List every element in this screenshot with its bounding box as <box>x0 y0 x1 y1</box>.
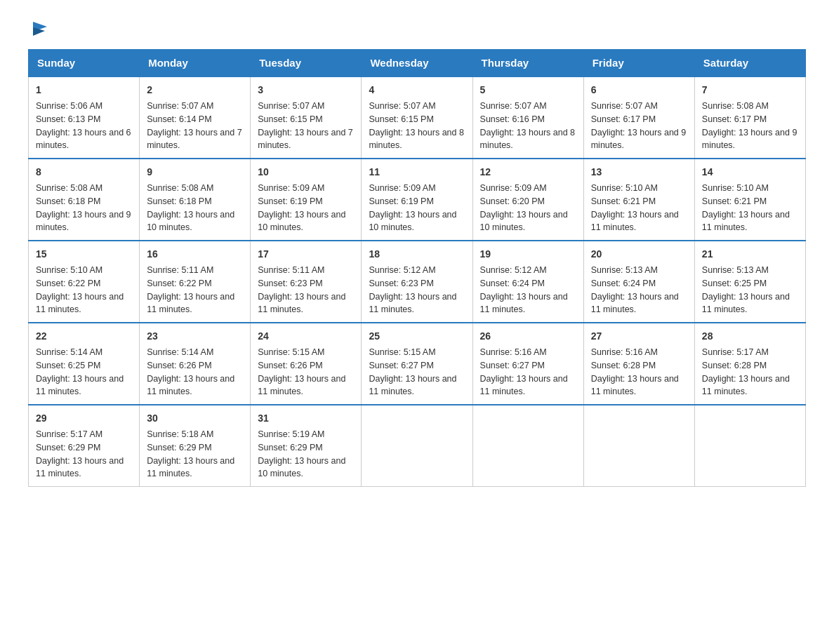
day-number: 20 <box>591 247 687 262</box>
calendar-header: SundayMondayTuesdayWednesdayThursdayFrid… <box>29 50 806 77</box>
day-number: 22 <box>36 329 132 344</box>
sunset-text: Sunset: 6:21 PM <box>591 196 656 206</box>
daylight-text: Daylight: 13 hours and 10 minutes. <box>258 210 345 233</box>
daylight-text: Daylight: 13 hours and 11 minutes. <box>702 292 790 315</box>
column-header-sunday: Sunday <box>29 50 140 77</box>
daylight-text: Daylight: 13 hours and 8 minutes. <box>480 128 576 151</box>
daylight-text: Daylight: 13 hours and 11 minutes. <box>591 210 679 233</box>
daylight-text: Daylight: 13 hours and 8 minutes. <box>369 128 464 151</box>
daylight-text: Daylight: 13 hours and 10 minutes. <box>480 210 568 233</box>
day-number: 9 <box>147 165 243 180</box>
calendar-cell: 4Sunrise: 5:07 AMSunset: 6:15 PMDaylight… <box>362 76 472 159</box>
calendar-cell: 23Sunrise: 5:14 AMSunset: 6:26 PMDayligh… <box>140 323 251 405</box>
calendar-cell: 21Sunrise: 5:13 AMSunset: 6:25 PMDayligh… <box>694 241 805 323</box>
sunrise-text: Sunrise: 5:08 AM <box>702 101 769 111</box>
day-number: 2 <box>147 83 243 98</box>
sunrise-text: Sunrise: 5:08 AM <box>36 183 102 193</box>
day-number: 29 <box>36 411 132 426</box>
day-number: 10 <box>258 165 354 180</box>
sunrise-text: Sunrise: 5:10 AM <box>702 183 769 193</box>
daylight-text: Daylight: 13 hours and 11 minutes. <box>147 374 234 397</box>
daylight-text: Daylight: 13 hours and 7 minutes. <box>258 128 353 151</box>
daylight-text: Daylight: 13 hours and 11 minutes. <box>480 374 568 397</box>
sunset-text: Sunset: 6:29 PM <box>36 443 100 452</box>
calendar-cell: 28Sunrise: 5:17 AMSunset: 6:28 PMDayligh… <box>694 323 805 405</box>
day-number: 27 <box>591 329 687 344</box>
daylight-text: Daylight: 13 hours and 11 minutes. <box>36 292 124 315</box>
calendar-cell: 16Sunrise: 5:11 AMSunset: 6:22 PMDayligh… <box>140 241 251 323</box>
calendar-week-5: 29Sunrise: 5:17 AMSunset: 6:29 PMDayligh… <box>29 405 806 487</box>
sunset-text: Sunset: 6:15 PM <box>369 114 433 124</box>
sunset-text: Sunset: 6:26 PM <box>258 361 322 370</box>
calendar-cell: 25Sunrise: 5:15 AMSunset: 6:27 PMDayligh… <box>362 323 472 405</box>
column-header-saturday: Saturday <box>694 50 805 77</box>
sunrise-text: Sunrise: 5:13 AM <box>591 265 658 275</box>
sunrise-text: Sunrise: 5:12 AM <box>369 265 435 275</box>
header-row: SundayMondayTuesdayWednesdayThursdayFrid… <box>29 50 806 77</box>
calendar-cell: 6Sunrise: 5:07 AMSunset: 6:17 PMDaylight… <box>583 76 694 159</box>
sunset-text: Sunset: 6:22 PM <box>36 279 100 288</box>
day-number: 26 <box>480 329 576 344</box>
sunrise-text: Sunrise: 5:16 AM <box>480 347 547 357</box>
calendar-body: 1Sunrise: 5:06 AMSunset: 6:13 PMDaylight… <box>29 76 806 487</box>
daylight-text: Daylight: 13 hours and 11 minutes. <box>36 374 124 397</box>
daylight-text: Daylight: 13 hours and 10 minutes. <box>369 210 456 233</box>
daylight-text: Daylight: 13 hours and 11 minutes. <box>369 292 456 315</box>
calendar-cell: 3Sunrise: 5:07 AMSunset: 6:15 PMDaylight… <box>251 76 362 159</box>
calendar-week-1: 1Sunrise: 5:06 AMSunset: 6:13 PMDaylight… <box>29 76 806 159</box>
sunset-text: Sunset: 6:20 PM <box>480 196 545 206</box>
sunset-text: Sunset: 6:13 PM <box>36 114 100 124</box>
sunset-text: Sunset: 6:21 PM <box>702 196 767 206</box>
calendar-cell: 27Sunrise: 5:16 AMSunset: 6:28 PMDayligh… <box>583 323 694 405</box>
calendar-cell: 14Sunrise: 5:10 AMSunset: 6:21 PMDayligh… <box>694 159 805 241</box>
sunrise-text: Sunrise: 5:15 AM <box>258 347 324 357</box>
column-header-wednesday: Wednesday <box>362 50 472 77</box>
sunrise-text: Sunrise: 5:07 AM <box>591 101 658 111</box>
sunrise-text: Sunrise: 5:14 AM <box>147 347 213 357</box>
day-number: 15 <box>36 247 132 262</box>
sunrise-text: Sunrise: 5:10 AM <box>591 183 658 193</box>
day-number: 11 <box>369 165 465 180</box>
column-header-monday: Monday <box>140 50 251 77</box>
day-number: 5 <box>480 83 576 98</box>
sunset-text: Sunset: 6:27 PM <box>480 361 545 370</box>
sunrise-text: Sunrise: 5:08 AM <box>147 183 213 193</box>
sunset-text: Sunset: 6:15 PM <box>258 114 322 124</box>
column-header-friday: Friday <box>583 50 694 77</box>
day-number: 7 <box>702 83 798 98</box>
day-number: 21 <box>702 247 798 262</box>
sunset-text: Sunset: 6:17 PM <box>702 114 767 124</box>
day-number: 1 <box>36 83 132 98</box>
daylight-text: Daylight: 13 hours and 10 minutes. <box>147 210 234 233</box>
sunset-text: Sunset: 6:28 PM <box>591 361 656 370</box>
calendar-cell: 22Sunrise: 5:14 AMSunset: 6:25 PMDayligh… <box>29 323 140 405</box>
sunrise-text: Sunrise: 5:09 AM <box>258 183 324 193</box>
calendar-cell: 1Sunrise: 5:06 AMSunset: 6:13 PMDaylight… <box>29 76 140 159</box>
day-number: 13 <box>591 165 687 180</box>
day-number: 31 <box>258 411 354 426</box>
sunrise-text: Sunrise: 5:17 AM <box>702 347 769 357</box>
calendar-cell: 20Sunrise: 5:13 AMSunset: 6:24 PMDayligh… <box>583 241 694 323</box>
daylight-text: Daylight: 13 hours and 9 minutes. <box>702 128 797 151</box>
calendar-cell: 11Sunrise: 5:09 AMSunset: 6:19 PMDayligh… <box>362 159 472 241</box>
sunset-text: Sunset: 6:23 PM <box>369 279 433 288</box>
sunrise-text: Sunrise: 5:07 AM <box>258 101 324 111</box>
calendar-cell: 26Sunrise: 5:16 AMSunset: 6:27 PMDayligh… <box>472 323 583 405</box>
sunrise-text: Sunrise: 5:07 AM <box>480 101 547 111</box>
sunrise-text: Sunrise: 5:07 AM <box>147 101 213 111</box>
sunset-text: Sunset: 6:24 PM <box>591 279 656 288</box>
calendar-cell: 30Sunrise: 5:18 AMSunset: 6:29 PMDayligh… <box>140 405 251 487</box>
sunrise-text: Sunrise: 5:16 AM <box>591 347 658 357</box>
calendar-cell: 7Sunrise: 5:08 AMSunset: 6:17 PMDaylight… <box>694 76 805 159</box>
day-number: 6 <box>591 83 687 98</box>
sunrise-text: Sunrise: 5:18 AM <box>147 429 213 439</box>
sunrise-text: Sunrise: 5:14 AM <box>36 347 102 357</box>
day-number: 19 <box>480 247 576 262</box>
logo-flag-icon <box>29 18 51 39</box>
sunset-text: Sunset: 6:18 PM <box>147 196 211 206</box>
calendar-cell: 8Sunrise: 5:08 AMSunset: 6:18 PMDaylight… <box>29 159 140 241</box>
sunrise-text: Sunrise: 5:12 AM <box>480 265 547 275</box>
sunset-text: Sunset: 6:29 PM <box>147 443 211 452</box>
calendar-cell: 12Sunrise: 5:09 AMSunset: 6:20 PMDayligh… <box>472 159 583 241</box>
calendar-week-2: 8Sunrise: 5:08 AMSunset: 6:18 PMDaylight… <box>29 159 806 241</box>
